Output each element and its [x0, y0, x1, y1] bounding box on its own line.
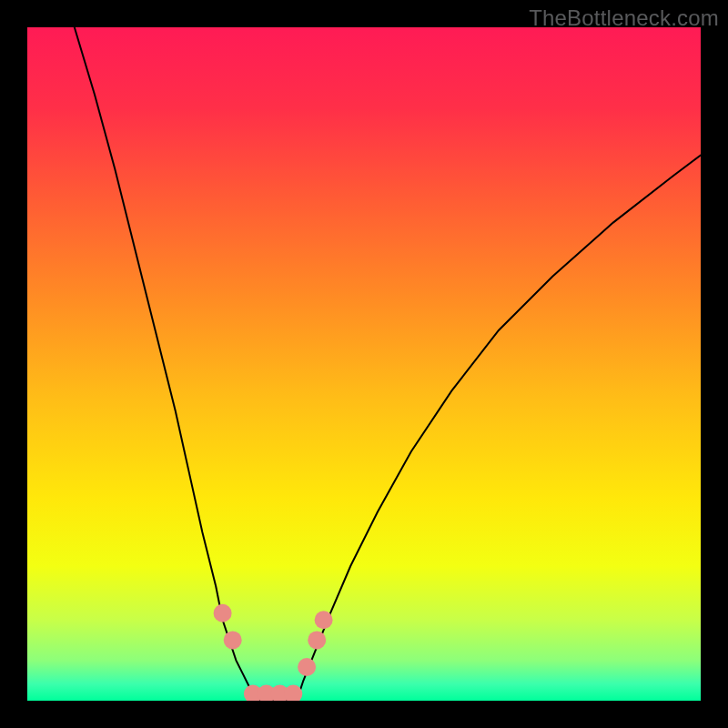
right-marker-3 [315, 611, 333, 629]
left-marker-2 [224, 631, 242, 649]
chart-plot [27, 27, 701, 701]
chart-background [27, 27, 701, 701]
watermark-text: TheBottleneck.com [529, 5, 719, 31]
right-marker-2 [308, 631, 326, 649]
left-marker-1 [214, 604, 232, 622]
right-marker-1 [298, 658, 316, 676]
chart-frame [27, 27, 701, 701]
